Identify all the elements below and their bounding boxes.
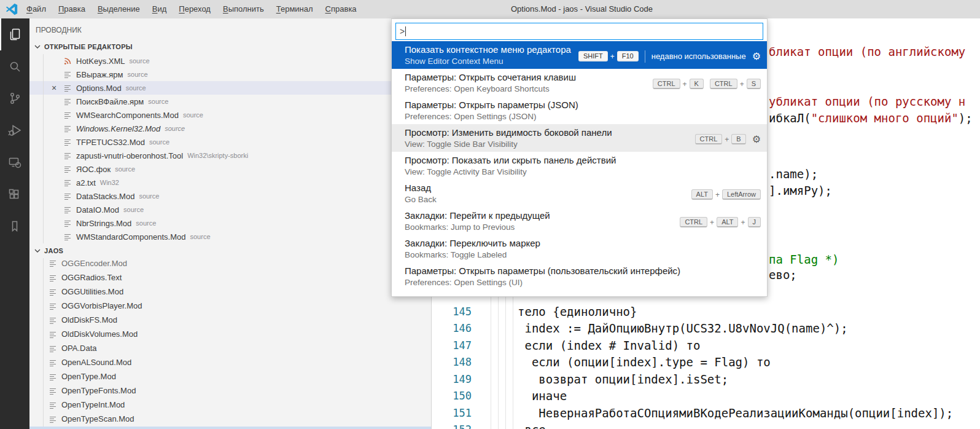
open-editor-item[interactable]: × DataStacks.Mod source bbox=[29, 189, 431, 203]
file-item[interactable]: OldDiskFS.Mod bbox=[29, 313, 431, 327]
tree-indent-guide bbox=[43, 54, 44, 243]
code-line[interactable]: 148 если (опции[index].type = Flag) то bbox=[432, 354, 980, 371]
code-fragment[interactable]: ево; bbox=[769, 266, 797, 283]
file-item[interactable]: OldDiskVolumes.Mod bbox=[29, 327, 431, 341]
open-editor-item[interactable]: × DataIO.Mod source bbox=[29, 203, 431, 216]
menu-item[interactable]: Вид bbox=[146, 0, 173, 18]
file-icon bbox=[48, 287, 58, 297]
activity-item-remote-explorer[interactable] bbox=[0, 146, 29, 178]
code-fragment[interactable]: ].имяРу); bbox=[769, 182, 832, 199]
open-editor-item[interactable]: × WMSearchComponents.Mod source bbox=[29, 108, 431, 122]
activity-item-explorer[interactable] bbox=[0, 18, 29, 50]
open-editors-list: × HotKeys.XML source × БВыраж.ярм source… bbox=[29, 54, 431, 243]
file-item[interactable]: OGGRadios.Text bbox=[29, 270, 431, 285]
file-item[interactable]: OGGEncoder.Mod bbox=[29, 261, 431, 268]
command-title: Просмотр: Изменить видимость боковой пан… bbox=[405, 127, 612, 139]
keybinding-chip: CTRL bbox=[695, 134, 723, 144]
command-item[interactable]: Параметры: Открыть параметры (JSON) Pref… bbox=[392, 96, 767, 124]
command-title: Параметры: Открыть параметры (JSON) bbox=[405, 99, 578, 111]
file-badge: source bbox=[165, 125, 185, 132]
activity-item-source-control[interactable] bbox=[0, 82, 29, 114]
open-editor-item[interactable]: × WMStandardComponents.Mod source bbox=[29, 230, 431, 243]
menu-item[interactable]: Правка bbox=[52, 0, 91, 18]
file-item[interactable]: OGGUtilities.Mod bbox=[29, 285, 431, 299]
open-editor-item[interactable]: × ЯОС.фок source bbox=[29, 162, 431, 176]
file-icon bbox=[48, 301, 58, 311]
command-item[interactable]: Просмотр: Изменить видимость боковой пан… bbox=[392, 124, 767, 152]
file-item[interactable]: OpenTypeInt.Mod bbox=[29, 398, 431, 412]
file-item[interactable]: OPA.Data bbox=[29, 341, 431, 355]
file-icon bbox=[63, 232, 72, 242]
command-item[interactable]: Просмотр: Показать или скрыть панель дей… bbox=[392, 152, 767, 179]
code-fragment[interactable]: ибкаЛ("слишком много опций"); bbox=[769, 109, 973, 127]
command-title: Закладки: Перейти к предыдущей bbox=[405, 210, 550, 222]
file-item[interactable]: OpenTypeFonts.Mod bbox=[29, 384, 431, 398]
open-editor-item[interactable]: × NbrStrings.Mod source bbox=[29, 216, 431, 230]
file-item[interactable]: OGGVorbisPlayer.Mod bbox=[29, 299, 431, 313]
command-palette: > Показать контекстное меню редактора Sh… bbox=[391, 18, 768, 297]
file-badge: source bbox=[128, 71, 148, 78]
recently-used-label: недавно использованные bbox=[651, 52, 746, 61]
code-line[interactable]: 150 иначе bbox=[432, 388, 980, 405]
tree-indent-guide bbox=[43, 258, 44, 427]
open-editor-item[interactable]: × HotKeys.XML source bbox=[29, 54, 431, 68]
command-item[interactable]: Параметры: Открыть сочетания клавиш Pref… bbox=[392, 69, 767, 96]
open-editor-item[interactable]: × Windows.Kernel32.Mod source bbox=[29, 122, 431, 135]
file-item[interactable]: OpenType.Mod bbox=[29, 369, 431, 384]
open-editor-item[interactable]: × Options.Mod source bbox=[29, 81, 431, 95]
menu-item[interactable]: Переход bbox=[173, 0, 217, 18]
menu-item[interactable]: Справка bbox=[319, 0, 363, 18]
section-jaos[interactable]: JAOS bbox=[29, 243, 431, 258]
code-fragment[interactable]: па Flag *) bbox=[769, 251, 839, 268]
line-number: 149 bbox=[432, 373, 472, 385]
open-editor-item[interactable]: × ПоискВФайле.ярм source bbox=[29, 95, 431, 108]
command-item[interactable]: Закладки: Перейти к предыдущей Bookmarks… bbox=[392, 207, 767, 235]
file-badge: source bbox=[136, 219, 156, 227]
open-editor-item[interactable]: × TFPETUCS32.Mod source bbox=[29, 135, 431, 149]
menu-item[interactable]: Выполнить bbox=[217, 0, 270, 18]
close-icon[interactable]: × bbox=[49, 83, 59, 93]
keybinding-chip: B bbox=[731, 134, 745, 144]
section-open-editors[interactable]: ОТКРЫТЫЕ РЕДАКТОРЫ bbox=[29, 39, 431, 54]
command-item[interactable]: Параметры: Открыть параметры (пользовате… bbox=[392, 262, 767, 290]
file-icon bbox=[63, 218, 72, 228]
activity-item-extensions[interactable] bbox=[0, 178, 29, 210]
file-item[interactable]: OpenTypeScan.Mod bbox=[29, 412, 431, 426]
menu-item[interactable]: Терминал bbox=[270, 0, 319, 18]
chevron-down-icon bbox=[33, 246, 42, 256]
file-icon bbox=[63, 96, 72, 106]
jaos-file-list: OGGEncoder.Mod OGGRadios.Text OGGUtiliti… bbox=[29, 261, 431, 426]
file-icon bbox=[63, 151, 72, 160]
gear-icon[interactable]: ⚙ bbox=[752, 133, 761, 145]
gear-icon[interactable]: ⚙ bbox=[752, 50, 761, 62]
keybinding-chip: CTRL bbox=[653, 79, 680, 89]
command-input[interactable]: > bbox=[395, 23, 763, 40]
keybinding-group: +CTRL+S bbox=[710, 79, 761, 89]
keybinding-chip: K bbox=[690, 79, 704, 89]
command-item[interactable]: Назад Go Back +ALT+LeftArrow bbox=[392, 179, 767, 207]
code-fragment[interactable]: убликат опции (по русскому н bbox=[769, 93, 965, 110]
code-line[interactable]: 152 все bbox=[432, 422, 980, 429]
code-fragment[interactable]: .name); bbox=[769, 165, 818, 183]
file-item[interactable]: OpenALSound.Mod bbox=[29, 355, 431, 369]
line-number: 152 bbox=[432, 423, 472, 429]
activity-item-run-debug[interactable] bbox=[0, 114, 29, 146]
keybinding-chip: CTRL bbox=[710, 79, 737, 89]
code-line[interactable]: 145 тело {единолично} bbox=[432, 303, 980, 320]
activity-item-bookmarks[interactable] bbox=[0, 210, 29, 242]
open-editor-item[interactable]: × a2.txt Win32 bbox=[29, 176, 431, 189]
open-editor-item[interactable]: × БВыраж.ярм source bbox=[29, 68, 431, 81]
code-line[interactable]: 147 если (index # Invalid) то bbox=[432, 337, 980, 354]
open-editor-item[interactable]: × zapusti-vnutri-oberonhost.Tool Win32\s… bbox=[29, 149, 431, 162]
menu-item[interactable]: Файл bbox=[20, 0, 52, 18]
search-icon bbox=[7, 59, 22, 74]
command-item[interactable]: Закладки: Переключить маркер Bookmarks: … bbox=[392, 235, 767, 262]
activity-item-search[interactable] bbox=[0, 50, 29, 82]
file-icon bbox=[48, 329, 58, 339]
code-line[interactable]: 149 возврат опции[index].isSet; bbox=[432, 371, 980, 388]
code-line[interactable]: 151 НевернаяРаботаСОпциямиВКодеРеализаци… bbox=[432, 404, 980, 422]
menu-item[interactable]: Выделение bbox=[91, 0, 146, 18]
code-fragment[interactable]: бликат опции (по английскому bbox=[769, 43, 965, 60]
code-line[interactable]: 146 index := ДайОпциюВнутр(UCS32.U8vNovJ… bbox=[432, 320, 980, 337]
command-item[interactable]: Показать контекстное меню редактора Show… bbox=[392, 41, 767, 69]
